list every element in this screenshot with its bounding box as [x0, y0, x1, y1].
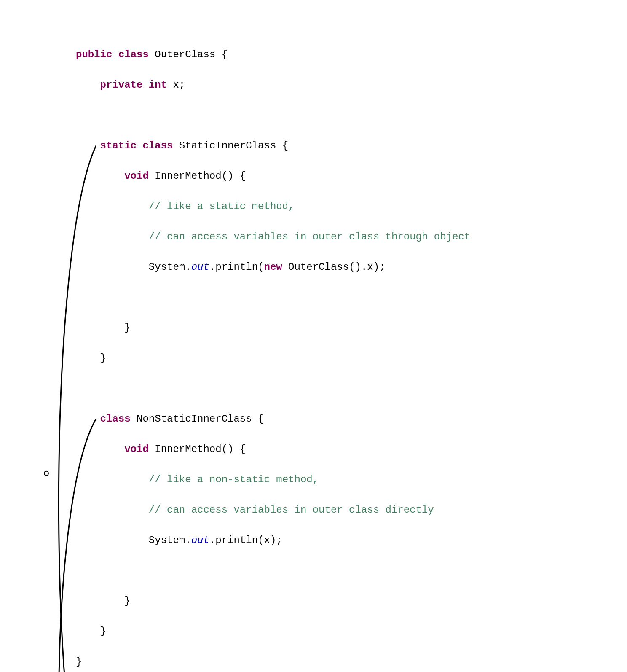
code-line: // like a non-static method,	[0, 472, 627, 487]
code-line: void InnerMethod() {	[0, 169, 627, 184]
comment: // can access variables in outer class t…	[149, 231, 470, 242]
brace-close: }	[124, 322, 130, 333]
brace-close: }	[100, 352, 106, 364]
code-line: }	[0, 594, 627, 609]
code-line: System.out.println(new OuterClass().x);	[0, 260, 627, 275]
non-static-inner-class-decl: class NonStaticInnerClass {	[0, 411, 627, 427]
comment: // like a non-static method,	[149, 474, 319, 485]
keyword-void: void	[124, 170, 149, 182]
keyword-new: new	[264, 261, 282, 273]
code-line: // can access variables in outer class d…	[0, 503, 627, 518]
text: .println(	[209, 261, 264, 273]
static-field-out: out	[191, 261, 209, 273]
comment: // like a static method,	[149, 201, 295, 212]
code-line: }	[0, 654, 627, 669]
comment: // can access variables in outer class d…	[149, 504, 434, 516]
code-line: // like a static method,	[0, 199, 627, 214]
text: StaticInnerClass {	[173, 140, 288, 151]
brace-close: }	[100, 626, 106, 637]
keyword-static: static	[100, 140, 137, 151]
code-line: private int x;	[0, 78, 627, 93]
keyword-class: class	[118, 49, 149, 60]
keyword-class: class	[142, 140, 173, 151]
code-line: }	[0, 624, 627, 639]
code-line: // can access variables in outer class t…	[0, 229, 627, 245]
text: OuterClass {	[149, 49, 228, 60]
code-line: }	[0, 320, 627, 336]
keyword-class: class	[100, 413, 131, 425]
static-field-out: out	[191, 535, 209, 546]
code-line: public class OuterClass {	[0, 47, 627, 62]
code-diagram: public class OuterClass { private int x;…	[0, 17, 627, 672]
code-line: }	[0, 351, 627, 366]
text: x;	[167, 79, 185, 91]
code-line: void InnerMethod() {	[0, 442, 627, 457]
keyword-void: void	[124, 444, 149, 455]
text: InnerMethod() {	[149, 170, 246, 182]
brace-close: }	[76, 656, 82, 667]
text: System.	[149, 535, 191, 546]
keyword-public: public	[76, 49, 112, 60]
brace-close: }	[124, 595, 130, 607]
text: .println(x);	[209, 535, 282, 546]
keyword-int: int	[149, 79, 167, 91]
static-inner-class-decl: static class StaticInnerClass {	[0, 138, 627, 153]
code-line: System.out.println(x);	[0, 533, 627, 548]
text: NonStaticInnerClass {	[131, 413, 264, 425]
keyword-private: private	[100, 79, 143, 91]
text: OuterClass().x);	[282, 261, 386, 273]
text: System.	[149, 261, 191, 273]
text: InnerMethod() {	[149, 444, 246, 455]
